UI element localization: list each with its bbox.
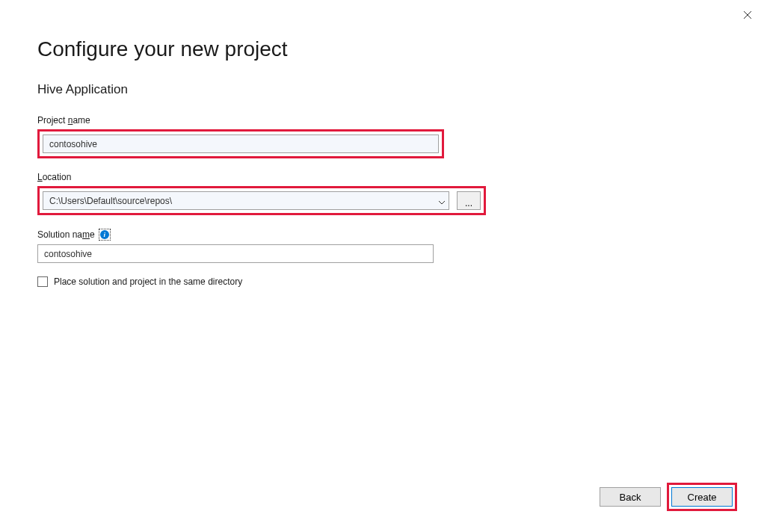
info-icon[interactable]: i: [99, 229, 111, 241]
create-button[interactable]: Create: [671, 487, 733, 507]
close-button[interactable]: [743, 9, 755, 21]
back-button[interactable]: Back: [600, 487, 661, 507]
location-combo[interactable]: [43, 191, 449, 210]
dialog-subtitle: Hive Application: [37, 82, 730, 97]
project-name-input[interactable]: [43, 134, 439, 153]
dialog-content: Configure your new project Hive Applicat…: [0, 0, 767, 287]
location-row: ...: [43, 191, 481, 210]
solution-name-input[interactable]: [37, 244, 434, 263]
solution-name-label-row: Solution name i: [37, 229, 730, 241]
solution-name-label: Solution name: [37, 229, 95, 240]
location-highlight: ...: [37, 186, 486, 215]
project-name-label: Project name: [37, 115, 730, 126]
project-name-group: Project name: [37, 115, 730, 158]
browse-button[interactable]: ...: [457, 191, 481, 210]
location-input[interactable]: [43, 191, 449, 210]
project-name-highlight: [37, 129, 444, 158]
same-directory-checkbox[interactable]: [37, 276, 48, 287]
same-directory-label: Place solution and project in the same d…: [54, 276, 242, 287]
dialog-title: Configure your new project: [37, 37, 730, 61]
location-group: Location ...: [37, 172, 730, 215]
solution-name-group: Solution name i: [37, 229, 730, 263]
create-button-highlight: Create: [667, 483, 737, 511]
location-label: Location: [37, 172, 730, 182]
footer-buttons: Back Create: [600, 483, 737, 511]
close-icon: [743, 10, 752, 19]
same-directory-row: Place solution and project in the same d…: [37, 276, 730, 287]
